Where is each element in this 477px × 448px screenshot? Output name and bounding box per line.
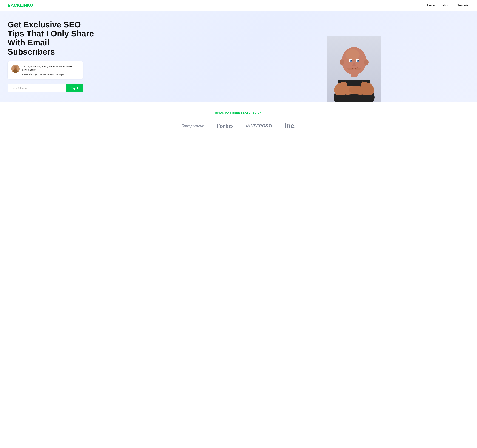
hero-section: Get Exclusive SEO Tips That I Only Share…	[0, 11, 477, 102]
featured-section: BRIAN HAS BEEN FEATURED ON Entrepreneur …	[0, 102, 477, 136]
svg-point-9	[345, 49, 360, 60]
nav-link-home[interactable]: Home	[427, 4, 435, 7]
logo-o-icon	[30, 4, 33, 7]
hero-person-image	[327, 36, 381, 102]
logo-inc: Inc.	[285, 122, 296, 130]
hero-image-area	[238, 17, 470, 102]
svg-point-3	[14, 68, 17, 70]
testimonial-author: Kieran Flanagan, VP Marketing at HubSpot	[22, 73, 79, 76]
nav-link-newsletter[interactable]: Newsletter	[457, 4, 470, 7]
navbar: BACKLINK Home About Newsletter	[0, 0, 477, 11]
svg-point-19	[354, 67, 361, 70]
hero-content: Get Exclusive SEO Tips That I Only Share…	[7, 17, 238, 102]
svg-point-10	[340, 59, 344, 65]
nav-item-about[interactable]: About	[442, 4, 449, 7]
logos-row: Entrepreneur Forbes IHUFFPOSTI Inc.	[7, 122, 470, 130]
nav-link-about[interactable]: About	[442, 4, 449, 7]
nav-item-newsletter[interactable]: Newsletter	[457, 4, 470, 7]
nav-links: Home About Newsletter	[427, 4, 470, 7]
svg-point-11	[364, 59, 369, 65]
logo-entrepreneur: Entrepreneur	[181, 123, 204, 128]
testimonial-content: “I thought the blog was good. But the ne…	[22, 65, 79, 76]
svg-point-16	[351, 60, 352, 61]
try-it-button[interactable]: Try It	[66, 84, 83, 92]
person-svg	[327, 36, 381, 102]
svg-point-18	[347, 67, 354, 70]
testimonial-quote: “I thought the blog was good. But the ne…	[22, 65, 79, 72]
logo-huffpost: IHUFFPOSTI	[246, 123, 272, 128]
hero-title: Get Exclusive SEO Tips That I Only Share…	[7, 20, 96, 56]
avatar	[11, 65, 19, 73]
email-input[interactable]	[7, 84, 66, 92]
avatar-image	[11, 65, 19, 73]
featured-label: BRIAN HAS BEEN FEATURED ON	[7, 111, 470, 114]
logo-forbes: Forbes	[216, 122, 233, 129]
testimonial-card: “I thought the blog was good. But the ne…	[7, 61, 83, 79]
logo[interactable]: BACKLINK	[7, 3, 33, 8]
nav-item-home[interactable]: Home	[427, 4, 435, 7]
email-form: Try It	[7, 84, 83, 92]
logo-text: BACKLINK	[7, 3, 30, 8]
svg-point-17	[358, 60, 359, 61]
